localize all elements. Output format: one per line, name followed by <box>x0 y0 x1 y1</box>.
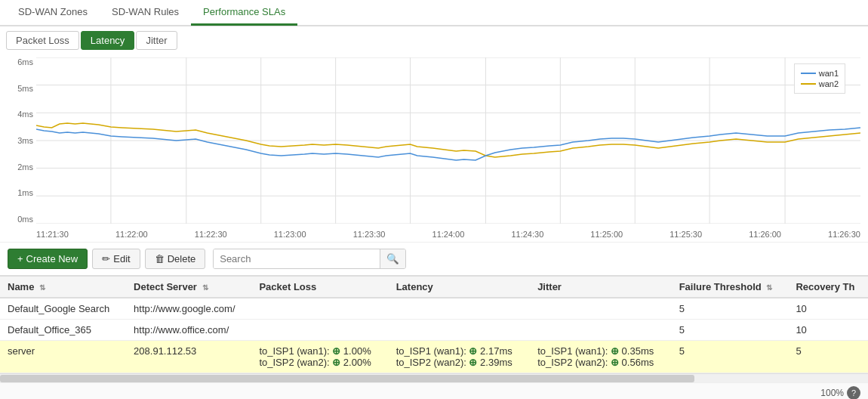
cell-failure-threshold: 5 <box>672 341 789 373</box>
plus-icon: + <box>17 253 23 264</box>
cell-packet-loss <box>251 320 388 341</box>
create-new-label: Create New <box>26 253 78 264</box>
subtab-latency[interactable]: Latency <box>81 31 135 50</box>
trash-icon: 🗑 <box>155 253 165 264</box>
sort-icon-name: ⇅ <box>39 283 45 292</box>
cell-failure-threshold: 5 <box>672 320 789 341</box>
y-label-3ms: 3ms <box>17 136 33 145</box>
col-packet-loss: Packet Loss <box>251 277 388 298</box>
cell-latency <box>389 320 530 341</box>
chart-container: 6ms 5ms 4ms 3ms 2ms 1ms 0ms <box>0 54 868 243</box>
top-tabs-container: SD-WAN Zones SD-WAN Rules Performance SL… <box>0 0 868 26</box>
col-recovery-th: Recovery Th <box>788 277 868 298</box>
y-label-1ms: 1ms <box>17 188 33 197</box>
x-label-9: 11:26:00 <box>749 230 781 239</box>
subtab-packet-loss[interactable]: Packet Loss <box>6 31 79 50</box>
toolbar: + Create New ✏ Edit 🗑 Delete 🔍 <box>0 243 868 276</box>
status-bar: 100% ? <box>0 382 868 399</box>
sort-icon-detect: ⇅ <box>202 283 208 292</box>
chart-legend: wan1 wan2 <box>794 63 845 94</box>
cell-latency <box>389 298 530 320</box>
cell-recovery-th: 5 <box>788 341 868 373</box>
search-box: 🔍 <box>213 249 406 269</box>
cell-packet-loss <box>251 298 388 320</box>
cell-name: Default_Google Search <box>0 298 126 320</box>
sort-icon-failure: ⇅ <box>766 283 772 292</box>
table-container: Name ⇅ Detect Server ⇅ Packet Loss Laten… <box>0 276 868 373</box>
x-label-10: 11:26:30 <box>828 230 860 239</box>
cell-name: server <box>0 341 126 373</box>
delete-label: Delete <box>168 253 196 264</box>
x-label-7: 11:25:00 <box>590 230 623 239</box>
cell-detect-server: http://www.google.com/ <box>126 298 251 320</box>
y-label-0ms: 0ms <box>17 215 33 224</box>
cell-name: Default_Office_365 <box>0 320 126 341</box>
create-new-button[interactable]: + Create New <box>8 249 88 269</box>
x-label-6: 11:24:30 <box>511 230 543 239</box>
horizontal-scrollbar[interactable] <box>0 373 868 382</box>
chart-svg <box>36 57 860 224</box>
x-label-3: 11:23:00 <box>274 230 306 239</box>
y-label-6ms: 6ms <box>17 57 33 66</box>
cell-detect-server: http://www.office.com/ <box>126 320 251 341</box>
pencil-icon: ✏ <box>102 253 110 264</box>
search-icon: 🔍 <box>386 253 399 264</box>
table-row[interactable]: server208.91.112.53to_ISP1 (wan1): ⊕ 1.0… <box>0 341 868 373</box>
cell-jitter: to_ISP1 (wan1): ⊕ 0.35msto_ISP2 (wan2): … <box>530 341 671 373</box>
wan1-legend-line <box>801 73 816 74</box>
cell-jitter <box>530 298 671 320</box>
col-detect-server[interactable]: Detect Server ⇅ <box>126 277 251 298</box>
x-label-1: 11:22:00 <box>115 230 148 239</box>
cell-latency: to_ISP1 (wan1): ⊕ 2.17msto_ISP2 (wan2): … <box>389 341 530 373</box>
tab-sdwan-rules[interactable]: SD-WAN Rules <box>100 0 191 26</box>
x-label-5: 11:24:00 <box>432 230 465 239</box>
search-input[interactable] <box>214 249 380 268</box>
cell-jitter <box>530 320 671 341</box>
wan2-legend-line <box>801 83 816 85</box>
x-label-4: 11:23:30 <box>353 230 386 239</box>
col-latency: Latency <box>389 277 530 298</box>
sla-table: Name ⇅ Detect Server ⇅ Packet Loss Laten… <box>0 276 868 373</box>
tab-sdwan-zones[interactable]: SD-WAN Zones <box>6 0 100 26</box>
edit-label: Edit <box>113 253 130 264</box>
wan1-line <box>36 128 860 160</box>
cell-recovery-th: 10 <box>788 298 868 320</box>
y-label-2ms: 2ms <box>17 162 33 172</box>
table-row[interactable]: Default_Google Searchhttp://www.google.c… <box>0 298 868 320</box>
y-label-4ms: 4ms <box>17 110 33 119</box>
cell-detect-server: 208.91.112.53 <box>126 341 251 373</box>
wan1-legend-label: wan1 <box>819 69 839 78</box>
zoom-badge: ? <box>847 386 860 399</box>
zoom-level: 100% <box>820 388 844 398</box>
col-jitter: Jitter <box>530 277 671 298</box>
cell-packet-loss: to_ISP1 (wan1): ⊕ 1.00%to_ISP2 (wan2): ⊕… <box>251 341 388 373</box>
edit-button[interactable]: ✏ Edit <box>92 249 140 269</box>
table-row[interactable]: Default_Office_365http://www.office.com/… <box>0 320 868 341</box>
wan2-legend-label: wan2 <box>819 79 839 88</box>
x-label-8: 11:25:30 <box>669 230 702 239</box>
col-failure-threshold[interactable]: Failure Threshold ⇅ <box>672 277 789 298</box>
delete-button[interactable]: 🗑 Delete <box>145 249 206 269</box>
cell-recovery-th: 10 <box>788 320 868 341</box>
x-label-2: 11:22:30 <box>195 230 227 239</box>
sub-tabs-container: Packet Loss Latency Jitter <box>0 26 868 54</box>
scrollbar-thumb[interactable] <box>0 375 694 382</box>
col-name[interactable]: Name ⇅ <box>0 277 126 298</box>
table-header-row: Name ⇅ Detect Server ⇅ Packet Loss Laten… <box>0 277 868 298</box>
search-button[interactable]: 🔍 <box>380 249 405 268</box>
y-label-5ms: 5ms <box>17 84 33 93</box>
x-label-0: 11:21:30 <box>36 230 69 239</box>
cell-failure-threshold: 5 <box>672 298 789 320</box>
tab-performance-slas[interactable]: Performance SLAs <box>191 0 297 26</box>
subtab-jitter[interactable]: Jitter <box>136 31 177 50</box>
